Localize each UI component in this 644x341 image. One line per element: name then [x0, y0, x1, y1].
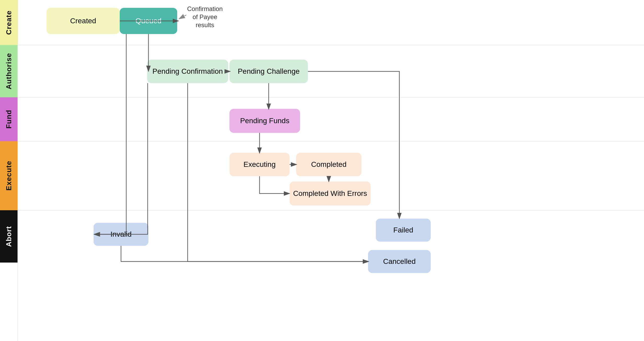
- state-failed: Failed: [376, 219, 431, 242]
- state-pending-funds: Pending Funds: [229, 109, 300, 133]
- diagram-container: Create Authorise Fund Execute Abort Crea…: [0, 0, 644, 341]
- lane-labels: Create Authorise Fund Execute Abort: [0, 0, 18, 341]
- state-executing: Executing: [229, 153, 290, 176]
- state-completed-errors: Completed With Errors: [290, 181, 371, 206]
- lane-divider-4: [18, 210, 644, 211]
- state-pending-challenge: Pending Challenge: [229, 60, 308, 83]
- lane-authorise-label: Authorise: [0, 45, 18, 97]
- state-queued: Queued: [120, 8, 177, 34]
- arrow-queued-invalid: [94, 34, 126, 234]
- state-completed: Completed: [296, 153, 361, 176]
- lane-divider-3: [18, 141, 644, 141]
- state-invalid: Invalid: [94, 223, 148, 246]
- diagram-area: Created Queued Confirmationof Payeeresul…: [18, 0, 644, 341]
- lane-divider-1: [18, 45, 644, 45]
- label-confirmation-payee: Confirmationof Payeeresults: [187, 5, 223, 29]
- lane-create-label: Create: [0, 0, 18, 45]
- lane-abort-label: Abort: [0, 210, 18, 263]
- arrow-confirmation-queued: [179, 15, 186, 19]
- lane-execute-label: Execute: [0, 141, 18, 210]
- arrow-executing-cerrors: [260, 176, 290, 194]
- state-cancelled: Cancelled: [368, 250, 431, 273]
- state-created: Created: [47, 8, 120, 34]
- arrow-invalid-cancelled: [121, 246, 369, 262]
- arrow-pconf-invalid: [94, 83, 148, 234]
- lane-fund-label: Fund: [0, 97, 18, 141]
- state-pending-confirmation: Pending Confirmation: [147, 60, 228, 83]
- lane-divider-2: [18, 97, 644, 98]
